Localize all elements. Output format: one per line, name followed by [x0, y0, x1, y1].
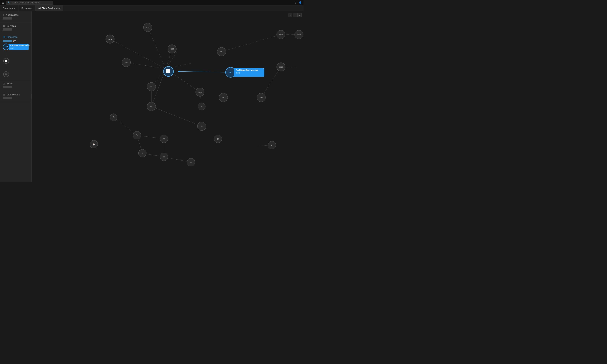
sidebar-section-applications: ○ Applications: [0, 11, 31, 22]
svg-rect-52: [168, 71, 170, 73]
svg-line-0: [148, 27, 166, 69]
svg-rect-51: [166, 71, 168, 73]
map-area: + − ···: [32, 11, 303, 182]
sidebar-section-processes: ⊞ Processes 50 .NET AAClientService.exe …: [0, 33, 31, 80]
datacenters-icon: ⊟: [3, 93, 5, 96]
svg-text:.NET: .NET: [146, 26, 150, 28]
svg-text:.NET: .NET: [236, 72, 240, 74]
svg-text:⧉: ⧉: [263, 68, 264, 70]
svg-text:.NET: .NET: [229, 71, 233, 73]
search-input[interactable]: [11, 1, 51, 4]
sidebar-section-services: ⚙ Services: [0, 22, 31, 33]
svg-text:➤: ➤: [271, 144, 273, 146]
svg-text:.NET: .NET: [220, 51, 224, 52]
svg-text:.NET: .NET: [198, 91, 202, 93]
svg-text:.NET: .NET: [221, 96, 226, 99]
host-node-sidebar: [3, 58, 9, 64]
process-card-label: AAClientService.exe .NET ⧉: [9, 44, 28, 50]
hosts-label: Hosts: [7, 82, 13, 85]
search-bar[interactable]: 🔍: [6, 1, 53, 4]
applications-label: Applications: [6, 13, 18, 16]
zoom-in-button[interactable]: +: [288, 13, 292, 17]
process-node-circle: .NET: [3, 44, 9, 50]
map-more-button[interactable]: ···: [297, 13, 302, 17]
svg-text:≋: ≋: [163, 156, 165, 158]
svg-text:AAClientService.exe: AAClientService.exe: [236, 69, 258, 71]
svg-line-17: [114, 117, 137, 135]
svg-text:≋: ≋: [190, 161, 192, 163]
tab-processes[interactable]: Processes: [18, 5, 35, 11]
processes-icon: ⊞: [3, 35, 5, 38]
svg-text:.NET: .NET: [279, 34, 283, 36]
svg-line-8: [178, 71, 230, 72]
services-icon: ⚙: [3, 24, 5, 27]
svg-text:IIS: IIS: [150, 105, 153, 107]
help-icon[interactable]: ?: [295, 1, 296, 4]
topbar-right: ? 👤: [295, 1, 302, 4]
zoom-out-button[interactable]: −: [293, 13, 297, 17]
breadcrumb: Smartscape Processes AAClientService.exe: [0, 5, 303, 11]
external-link-icon[interactable]: ⧉: [27, 44, 28, 46]
user-icon[interactable]: 👤: [299, 1, 302, 4]
svg-text:≋: ≋: [163, 138, 165, 140]
tab-smartscape[interactable]: Smartscape: [0, 5, 18, 11]
svg-text:✎: ✎: [136, 134, 138, 136]
sidebar-section-hosts: ⊡ Hosts: [0, 80, 31, 91]
datacenters-label: Data centers: [7, 93, 20, 96]
applications-icon: ○: [3, 13, 4, 16]
datacenter-node-sidebar: [3, 71, 9, 77]
services-label: Services: [7, 25, 16, 27]
topbar-left: ⊞ 🔍: [2, 1, 53, 4]
sidebar-section-datacenters: ⊟ Data centers: [0, 91, 31, 102]
processes-count: 50: [13, 39, 15, 42]
svg-text:☕: ☕: [93, 143, 95, 145]
processes-label: Processes: [7, 36, 17, 38]
topbar: ⊞ 🔍 ? 👤: [0, 0, 303, 5]
svg-text:≋: ≋: [201, 105, 202, 107]
svg-text:.NET: .NET: [108, 38, 112, 40]
svg-text:⚙: ⚙: [112, 116, 115, 118]
svg-text:.NET: .NET: [259, 96, 263, 99]
svg-line-11: [222, 35, 281, 52]
map-controls: + − ···: [288, 13, 302, 17]
network-map: .NET .NET .NET .NET .NET .NET .NET .NET: [32, 11, 303, 182]
svg-line-15: [151, 106, 202, 126]
sidebar: ◀ ○ Applications ⚙ Services ⊞: [0, 11, 32, 182]
svg-line-5: [166, 52, 177, 69]
tab-aaclientservice[interactable]: AAClientService.exe: [35, 5, 63, 11]
svg-text:≋: ≋: [201, 125, 203, 128]
grid-icon[interactable]: ⊞: [2, 1, 4, 4]
main-container: ◀ ○ Applications ⚙ Services ⊞: [0, 11, 303, 182]
svg-rect-50: [168, 69, 170, 71]
svg-rect-49: [166, 69, 168, 71]
hosts-icon: ⊡: [3, 82, 5, 85]
svg-text:.NET: .NET: [297, 34, 301, 36]
process-card[interactable]: .NET AAClientService.exe .NET ⧉: [3, 44, 28, 50]
svg-text:.NET: .NET: [279, 66, 283, 68]
svg-text:.NET: .NET: [170, 48, 174, 50]
svg-text:.NET: .NET: [124, 62, 128, 64]
svg-line-23: [164, 157, 191, 162]
svg-text:.NET: .NET: [149, 86, 154, 88]
svg-text:⚙: ⚙: [217, 138, 219, 140]
svg-text:≋: ≋: [142, 152, 143, 154]
search-icon: 🔍: [8, 1, 10, 4]
